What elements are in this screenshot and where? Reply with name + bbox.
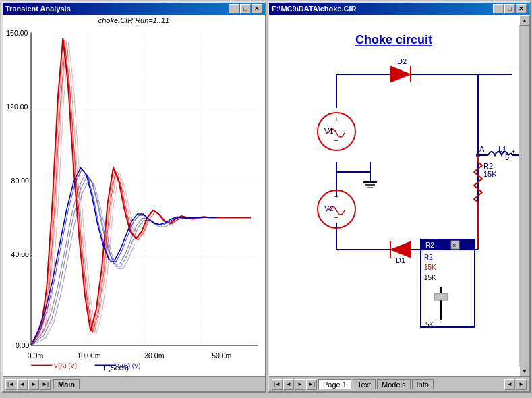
text-tab[interactable]: Text bbox=[353, 379, 376, 389]
models-tab[interactable]: Models bbox=[377, 379, 410, 389]
right-maximize-button[interactable]: □ bbox=[504, 4, 515, 13]
svg-text:15K: 15K bbox=[424, 274, 436, 281]
svg-text:V1: V1 bbox=[324, 127, 333, 135]
svg-text:D1: D1 bbox=[396, 256, 405, 264]
svg-text:15K: 15K bbox=[483, 170, 497, 178]
minimize-button[interactable]: _ bbox=[229, 4, 239, 13]
svg-text:30.0m: 30.0m bbox=[144, 351, 164, 360]
right-window-title: F:\MC9\DATA\choke.CIR bbox=[272, 5, 357, 13]
svg-text:0.00: 0.00 bbox=[16, 341, 30, 349]
svg-text:5K: 5K bbox=[425, 321, 434, 329]
right-statusbar: |◄ ◄ ► ►| Page 1 Text Models Info ◄ ► bbox=[269, 376, 529, 391]
right-nav-last-button[interactable]: ►| bbox=[306, 379, 317, 390]
svg-text:120.00: 120.00 bbox=[6, 103, 28, 111]
right-title-area: F:\MC9\DATA\choke.CIR bbox=[272, 5, 357, 13]
circuit-area: Choke circuit + − V1 + − bbox=[269, 15, 519, 376]
svg-text:−: − bbox=[486, 148, 490, 155]
right-minimize-button[interactable]: _ bbox=[493, 4, 504, 13]
svg-text:R2: R2 bbox=[483, 162, 493, 170]
main-tab[interactable]: Main bbox=[53, 379, 80, 389]
nav-prev-button[interactable]: ◄ bbox=[17, 379, 28, 390]
left-window-title: Transient Analysis bbox=[5, 5, 71, 13]
svg-marker-42 bbox=[390, 66, 411, 82]
svg-text:15K: 15K bbox=[424, 264, 436, 271]
svg-text:D2: D2 bbox=[397, 57, 407, 65]
transient-analysis-window: Transient Analysis _ □ ✕ choke.CIR Run=1… bbox=[1, 1, 266, 393]
nav-next-button[interactable]: ► bbox=[28, 379, 39, 390]
chart-area: choke.CIR Run=1..11 160.00 120.00 80.00 … bbox=[3, 15, 265, 376]
svg-text:50.0m: 50.0m bbox=[212, 351, 231, 360]
svg-text:V(A) (V): V(A) (V) bbox=[54, 362, 77, 369]
svg-text:R2: R2 bbox=[424, 254, 433, 261]
svg-text:R2: R2 bbox=[425, 241, 434, 249]
close-button[interactable]: ✕ bbox=[252, 4, 262, 13]
left-title-area: Transient Analysis bbox=[5, 5, 71, 13]
svg-text:×: × bbox=[452, 242, 456, 249]
svg-text:A: A bbox=[479, 145, 485, 153]
svg-text:+: + bbox=[334, 115, 338, 123]
svg-text:+: + bbox=[512, 148, 515, 155]
right-nav-buttons: |◄ ◄ ► ►| bbox=[272, 379, 317, 390]
info-tab[interactable]: Info bbox=[412, 379, 434, 389]
h-scroll-left-button[interactable]: ◄ bbox=[504, 379, 515, 390]
svg-rect-72 bbox=[434, 293, 448, 300]
nav-first-button[interactable]: |◄ bbox=[5, 379, 16, 390]
svg-text:−: − bbox=[334, 214, 338, 221]
svg-text:10.00m: 10.00m bbox=[77, 351, 100, 360]
svg-text:+: + bbox=[334, 193, 338, 200]
right-nav-next-button[interactable]: ► bbox=[295, 379, 305, 390]
circuit-svg: Choke circuit + − V1 + − bbox=[269, 15, 519, 376]
left-titlebar: Transient Analysis _ □ ✕ bbox=[3, 3, 265, 15]
right-scrollbar[interactable]: ▲ ▼ bbox=[519, 15, 529, 376]
svg-rect-63 bbox=[421, 239, 475, 327]
scroll-up-button[interactable]: ▲ bbox=[519, 15, 530, 26]
right-nav-first-button[interactable]: |◄ bbox=[272, 379, 283, 390]
maximize-button[interactable]: □ bbox=[240, 4, 251, 13]
chart-subtitle: choke.CIR Run=1..11 bbox=[3, 15, 265, 26]
svg-text:160.00: 160.00 bbox=[6, 29, 28, 37]
circuit-window: F:\MC9\DATA\choke.CIR _ □ ✕ ▲ ▼ Choke ci… bbox=[268, 1, 531, 393]
left-statusbar: |◄ ◄ ► ►| Main bbox=[3, 376, 265, 391]
svg-marker-59 bbox=[390, 241, 411, 258]
h-scroll-right-button[interactable]: ► bbox=[516, 379, 527, 390]
svg-text:−: − bbox=[334, 137, 338, 144]
nav-last-button[interactable]: ►| bbox=[40, 379, 51, 390]
right-nav-prev-button[interactable]: ◄ bbox=[283, 379, 294, 390]
left-titlebar-buttons: _ □ ✕ bbox=[229, 4, 262, 13]
page1-tab[interactable]: Page 1 bbox=[318, 379, 351, 389]
svg-text:Choke circuit: Choke circuit bbox=[355, 33, 432, 47]
chart-svg: 160.00 120.00 80.00 40.00 0.00 0.0m 10.0… bbox=[3, 26, 265, 374]
svg-text:0.0m: 0.0m bbox=[28, 351, 44, 360]
left-nav-buttons: |◄ ◄ ► ►| bbox=[5, 379, 51, 390]
scroll-down-button[interactable]: ▼ bbox=[519, 366, 530, 376]
right-titlebar-buttons: _ □ ✕ bbox=[493, 4, 527, 13]
svg-text:80.00: 80.00 bbox=[11, 177, 29, 185]
svg-text:40.00: 40.00 bbox=[11, 250, 29, 258]
right-titlebar: F:\MC9\DATA\choke.CIR _ □ ✕ bbox=[269, 3, 529, 15]
desktop: Transient Analysis _ □ ✕ choke.CIR Run=1… bbox=[0, 0, 532, 398]
svg-text:V2: V2 bbox=[324, 204, 333, 212]
svg-text:V(B) (V): V(B) (V) bbox=[117, 362, 140, 369]
right-close-button[interactable]: ✕ bbox=[516, 4, 527, 13]
